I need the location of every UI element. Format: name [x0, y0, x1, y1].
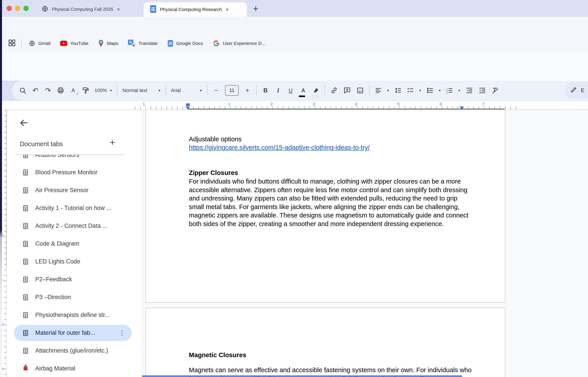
bold-button[interactable]: B — [262, 85, 269, 95]
item-menu-icon[interactable]: ⋮ — [119, 329, 125, 337]
sidebar-item[interactable]: Activity 2 - Connect Data ... — [7, 217, 141, 235]
chevron-down-icon: ▾ — [159, 88, 161, 93]
bookmark-youtube[interactable]: YouTube — [60, 41, 88, 46]
paragraph-style-select[interactable]: Normal text▾ — [123, 88, 161, 93]
bookmark-label: Gmail — [38, 41, 50, 46]
zoom-select[interactable]: 100%▾ — [95, 88, 112, 93]
zipper-closures-heading[interactable]: Zipper Closures — [189, 169, 473, 177]
ruler-number: 7 — [482, 102, 484, 107]
font-select[interactable]: Arial▾ — [171, 88, 202, 93]
sidebar-item[interactable]: Airbag Material — [7, 360, 141, 377]
text-color-button[interactable]: A — [300, 85, 307, 95]
undo-icon[interactable]: ↶ — [32, 85, 39, 95]
bookmarks-divider — [21, 39, 22, 48]
tab-close-icon[interactable]: × — [225, 7, 229, 12]
window-zoom-button[interactable] — [23, 6, 29, 11]
docs-header: Physical Computing Research ☆ File Edit … — [0, 52, 588, 81]
pencil-icon — [570, 86, 577, 95]
bookmark-translate[interactable]: G ★ Translate — [128, 40, 158, 47]
bookmark-label: Maps — [107, 41, 118, 46]
browser-tab-bar: Physical Computing Fall 2025 × Physical … — [0, 0, 588, 17]
redo-icon[interactable]: ↷ — [44, 85, 52, 95]
window-minimize-button[interactable] — [15, 6, 20, 11]
chevron-down-icon[interactable]: ▾ — [419, 88, 421, 93]
document-page-2[interactable]: Magnetic Closures Magnets can serve as e… — [145, 308, 505, 377]
bookmark-gmail[interactable]: Gmail — [29, 40, 50, 47]
editing-mode-label: E — [581, 88, 584, 94]
add-comment-icon[interactable] — [343, 85, 351, 95]
bookmark-label: User Experience D... — [223, 41, 266, 46]
document-page-1[interactable]: Adjustable options https://givingcare.si… — [145, 110, 505, 303]
insert-image-icon[interactable] — [356, 85, 364, 95]
add-tab-button[interactable]: + — [110, 137, 115, 148]
highlight-color-button[interactable] — [312, 85, 320, 95]
font-size-input[interactable]: 11 — [225, 85, 239, 96]
left-indent-marker[interactable] — [186, 106, 190, 110]
decrease-font-size-button[interactable]: − — [213, 85, 220, 95]
screen: Physical Computing Fall 2025 × Physical … — [0, 0, 588, 377]
sidebar-header: Document tabs — [20, 141, 63, 148]
sidebar-item[interactable]: P2–Feedback — [7, 271, 141, 288]
globe-icon — [41, 5, 49, 13]
sidebar-item-label: Physiotherapists define str... — [35, 312, 110, 318]
apps-grid-icon[interactable] — [8, 39, 16, 48]
sidebar-item[interactable]: Air Pressure Sensor — [7, 181, 141, 199]
sidebar-item[interactable]: Code & Diagram — [7, 235, 141, 253]
tab-close-icon[interactable]: × — [117, 6, 120, 12]
align-icon[interactable] — [375, 85, 382, 95]
sidebar-item-label: Activity 1 - Tutorial on how ... — [35, 205, 111, 212]
sidebar-item[interactable]: Blood Pressure Monitor — [7, 164, 141, 181]
chevron-down-icon[interactable]: ▾ — [458, 88, 460, 93]
magnetic-closures-heading[interactable]: Magnetic Closures — [189, 351, 473, 359]
sidebar-item-selected[interactable]: Material for outer fab... ⋮ — [14, 325, 132, 341]
chevron-down-icon: ▾ — [200, 88, 202, 93]
chevron-down-icon[interactable]: ▾ — [387, 88, 389, 93]
toolbar-divider — [165, 85, 166, 95]
horizontal-ruler[interactable]: 1 1 2 3 4 5 6 7 — [7, 101, 588, 110]
checklist-icon[interactable] — [407, 85, 414, 95]
toolbar-divider — [207, 85, 207, 95]
decrease-indent-icon[interactable] — [465, 85, 473, 95]
underline-button[interactable]: U — [287, 85, 294, 95]
bookmark-user-experience[interactable]: User Experience D... — [213, 40, 266, 47]
increase-indent-icon[interactable] — [478, 85, 486, 95]
bookmark-google-docs[interactable]: Google Docs — [167, 40, 203, 47]
sidebar-item[interactable]: LED Lights Code — [7, 253, 141, 271]
numbered-list-icon[interactable]: 123 — [446, 85, 453, 95]
browser-tab-active[interactable]: Physical Computing Research × — [144, 2, 247, 17]
line-spacing-icon[interactable] — [394, 85, 401, 95]
bulleted-list-icon[interactable] — [426, 85, 434, 95]
sidebar-item[interactable]: Activity 1 - Tutorial on how ... — [7, 199, 141, 217]
window-close-button[interactable] — [7, 6, 12, 11]
insert-link-icon[interactable] — [330, 85, 338, 95]
sidebar-item-partial[interactable]: Arduino Sensors — [7, 155, 141, 158]
sidebar-item-list: Blood Pressure Monitor Air Pressure Sens… — [7, 164, 141, 377]
sidebar-item-label: Activity 2 - Connect Data ... — [35, 223, 107, 229]
sidebar-item[interactable]: Attachments (glue/iron/etc.) — [7, 342, 141, 360]
editing-mode-button[interactable]: E — [564, 82, 588, 99]
browser-tab-inactive[interactable]: Physical Computing Fall 2025 × — [41, 3, 120, 16]
bookmarks-bar: Gmail YouTube Maps G ★ Translate — [0, 35, 588, 52]
italic-button[interactable]: I — [274, 85, 282, 95]
print-icon[interactable] — [57, 85, 64, 95]
chevron-down-icon[interactable]: ▾ — [439, 88, 441, 93]
increase-font-size-button[interactable]: + — [244, 85, 251, 95]
sidebar-back-icon[interactable] — [19, 118, 29, 129]
zipper-closures-paragraph[interactable]: For individuals who find buttons difficu… — [189, 177, 473, 228]
sidebar-item[interactable]: P3 –Direction — [7, 288, 141, 306]
sidebar-item[interactable]: Physiotherapists define str... — [7, 306, 141, 324]
search-icon[interactable] — [19, 85, 27, 95]
ruler-number: 5 — [397, 102, 400, 107]
right-indent-marker[interactable] — [460, 106, 464, 110]
spellcheck-icon[interactable]: A✓ — [69, 85, 77, 95]
docs-toolbar: ↶ ↷ A✓ 100%▾ Normal text▾ Arial▾ − 11 + … — [12, 81, 588, 100]
adaptive-clothing-link[interactable]: https://givingcare.silverts.com/15-adapt… — [189, 143, 473, 152]
first-line-indent-marker[interactable] — [186, 104, 190, 106]
adjustable-options-label[interactable]: Adjustable options — [189, 135, 473, 143]
clear-formatting-icon[interactable] — [491, 85, 499, 95]
ruler-number: 1 — [143, 102, 145, 107]
paint-format-icon[interactable] — [82, 85, 89, 95]
toolbar-divider — [325, 85, 325, 95]
new-tab-button[interactable]: + — [253, 3, 259, 14]
bookmark-maps[interactable]: Maps — [98, 40, 118, 47]
